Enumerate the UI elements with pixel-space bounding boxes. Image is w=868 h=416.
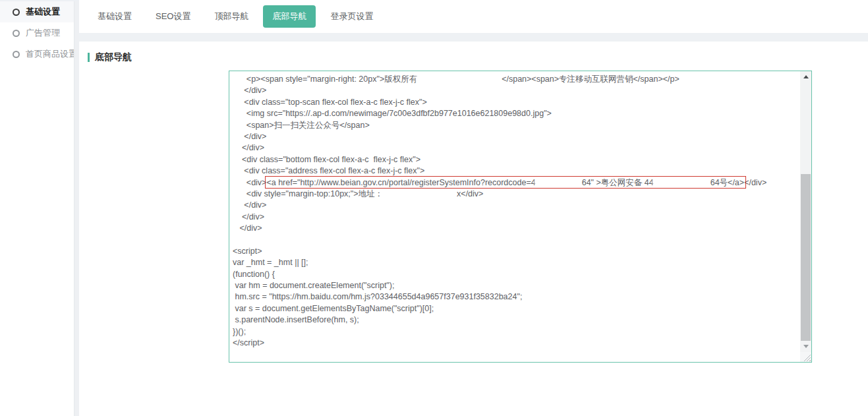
main-panel: 基础设置SEO设置顶部导航底部导航登录页设置 底部导航 <p><span sty… (79, 0, 868, 416)
redaction-blur (536, 177, 582, 187)
radio-circle-icon (13, 51, 20, 58)
code-line: </div> (233, 200, 799, 211)
code-text: </div> (233, 132, 266, 141)
redaction-blur (383, 189, 457, 198)
sidebar-item-label: 首页商品设置 (26, 48, 77, 60)
sidebar-item-label: 基础设置 (26, 6, 60, 18)
code-line: s.parentNode.insertBefore(hm, s); (233, 314, 799, 326)
editor-resize-corner (800, 352, 811, 362)
settings-tabbar: 基础设置SEO设置顶部导航底部导航登录页设置 (79, 0, 868, 33)
code-line: </div> (233, 142, 799, 154)
tab-0[interactable]: 基础设置 (88, 5, 141, 28)
code-line: <div><a href="http://www.beian.gov.cn/po… (233, 177, 799, 189)
resize-grip-icon[interactable] (803, 354, 811, 361)
footer-nav-code-editor[interactable]: <p><span style="margin-right: 20px">版权所有… (229, 71, 812, 363)
sidebar-item-0[interactable]: 基础设置 (0, 1, 74, 22)
code-line: </script> (233, 338, 799, 349)
code-text: <div> (233, 178, 266, 187)
section-header: 底部导航 (79, 42, 868, 63)
code-text: <script> (233, 247, 262, 256)
code-content[interactable]: <p><span style="margin-right: 20px">版权所有… (231, 73, 799, 361)
scroll-up-arrow-icon (803, 75, 809, 78)
code-line: (function() { (233, 269, 799, 280)
code-line: <div class="top-scan flex-col flex-a-c f… (233, 97, 799, 108)
code-text: <div class="address flex-col flex-a-c fl… (233, 166, 424, 175)
redaction-blur (654, 177, 710, 187)
red-annotation-box: <a href="http://www.beian.gov.cn/portal/… (266, 178, 744, 187)
scroll-down-arrow-icon (803, 345, 809, 348)
code-line: var s = document.getElementsByTagName("s… (233, 303, 799, 314)
code-line: hm.src = "https://hm.baidu.com/hm.js?033… (233, 291, 799, 303)
code-line: <span>扫一扫关注公众号</span> (233, 120, 799, 131)
code-text: })(); (233, 327, 246, 336)
code-text: </div> (233, 212, 264, 222)
code-text: </script> (233, 338, 264, 347)
tab-3[interactable]: 底部导航 (263, 5, 316, 28)
tabbar-separator (79, 33, 868, 42)
code-text: <a href="http://www.beian.gov.cn/portal/… (266, 178, 535, 187)
tab-2[interactable]: 顶部导航 (205, 5, 258, 28)
code-line (233, 234, 799, 245)
scroll-down-button[interactable] (800, 341, 811, 352)
code-line: </div> (233, 223, 799, 234)
code-text: var _hmt = _hmt || []; (233, 258, 308, 267)
tab-1[interactable]: SEO设置 (146, 5, 200, 28)
code-text: 64号</a> (710, 178, 744, 187)
code-text: x</div> (457, 189, 483, 198)
code-line: <div style="margin-top:10px;">地址：x</div> (233, 189, 799, 200)
sidebar-item-label: 广告管理 (26, 27, 60, 39)
sidebar: 基础设置广告管理首页商品设置 (0, 0, 74, 416)
code-text: <div class="top-scan flex-col flex-a-c f… (233, 98, 427, 107)
code-text: </div> (744, 178, 767, 187)
code-text: </div> (233, 223, 262, 233)
code-text: </span><span>专注移动互联网营销</span></p> (502, 74, 680, 84)
footer-nav-card: 底部导航 <p><span style="margin-right: 20px"… (79, 42, 868, 416)
radio-circle-icon (13, 30, 20, 37)
sidebar-divider (74, 0, 79, 416)
code-line: </div> (233, 212, 799, 223)
section-title: 底部导航 (95, 51, 132, 63)
code-text: <img src="https://.ap-d.com/newimage/7c0… (233, 109, 552, 118)
code-text: var hm = document.createElement("script"… (233, 281, 394, 290)
code-line: </div> (233, 85, 799, 96)
code-text: var s = document.getElementsByTagName("s… (233, 304, 434, 313)
code-text: s.parentNode.insertBefore(hm, s); (233, 315, 359, 324)
code-line: <script> (233, 246, 799, 257)
code-line: var _hmt = _hmt || []; (233, 257, 799, 268)
code-text: </div> (233, 86, 266, 95)
editor-scrollbar[interactable] (800, 71, 811, 352)
section-accent-bar (88, 53, 90, 62)
sidebar-item-1[interactable]: 广告管理 (0, 22, 74, 44)
settings-page: 基础设置广告管理首页商品设置 基础设置SEO设置顶部导航底部导航登录页设置 底部… (0, 0, 868, 416)
code-line: <p><span style="margin-right: 20px">版权所有… (233, 74, 799, 85)
code-line: var hm = document.createElement("script"… (233, 280, 799, 291)
code-text: <p><span style="margin-right: 20px">版权所有 (233, 74, 417, 84)
code-text: <span>扫一扫关注公众号</span> (233, 121, 370, 130)
radio-circle-icon (13, 9, 20, 16)
code-line: </div> (233, 131, 799, 142)
code-text: <div style="margin-top:10px;">地址： (233, 189, 383, 198)
sidebar-item-2[interactable]: 首页商品设置 (0, 44, 74, 65)
code-line: })(); (233, 326, 799, 338)
scroll-up-button[interactable] (800, 71, 811, 82)
code-text: (function() { (233, 270, 275, 279)
code-text: <div class="bottom flex-col flex-a-c fle… (233, 155, 420, 164)
code-line: <div class="address flex-col flex-a-c fl… (233, 165, 799, 177)
code-line: <img src="https://.ap-d.com/newimage/7c0… (233, 108, 799, 119)
code-text: 64" >粤公网安备 44 (582, 178, 654, 187)
scrollbar-thumb[interactable] (801, 174, 811, 341)
tab-4[interactable]: 登录页设置 (321, 5, 382, 28)
code-text: hm.src = "https://hm.baidu.com/hm.js?033… (233, 292, 522, 301)
redaction-blur (417, 74, 502, 84)
code-text: </div> (233, 200, 266, 210)
code-text: </div> (233, 143, 264, 152)
code-line: <div class="bottom flex-col flex-a-c fle… (233, 154, 799, 165)
